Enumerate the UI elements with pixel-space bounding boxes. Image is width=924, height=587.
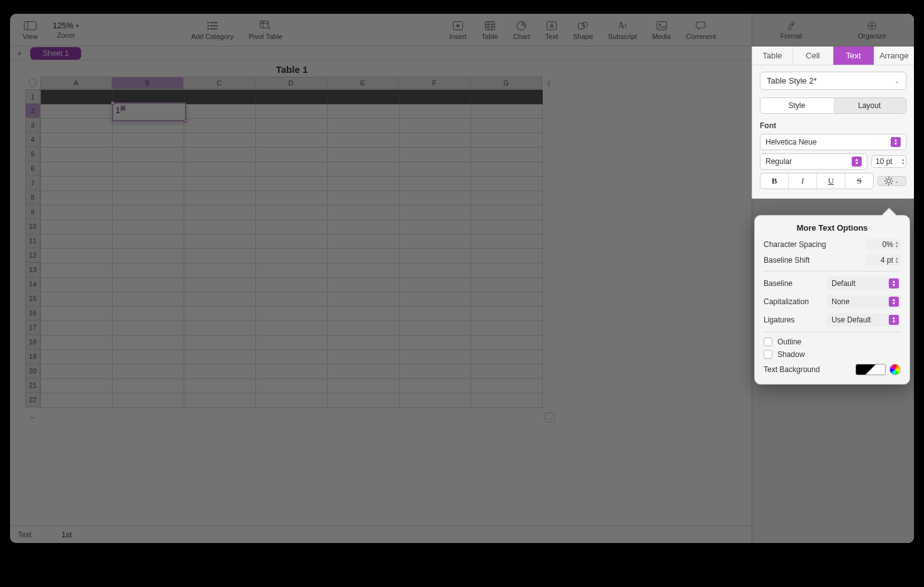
row-header[interactable]: 15 bbox=[25, 292, 40, 306]
row-headers: 1 2 3 4 5 6 7 8 9 10 11 12 13 14 15 16 1… bbox=[25, 89, 40, 407]
col-header-e[interactable]: E bbox=[327, 77, 399, 89]
col-header-d[interactable]: D bbox=[255, 77, 327, 89]
text-format-buttons: B I U S bbox=[760, 173, 874, 189]
formula-type-label[interactable]: Text bbox=[18, 530, 49, 539]
row-header[interactable]: 10 bbox=[25, 219, 40, 234]
row-header[interactable]: 3 bbox=[25, 118, 40, 133]
col-header-b[interactable]: B bbox=[112, 77, 184, 89]
table-corner[interactable] bbox=[25, 77, 40, 89]
chart-button[interactable]: Chart bbox=[507, 14, 537, 46]
seg-style[interactable]: Style bbox=[760, 98, 833, 113]
insert-label: Insert bbox=[449, 33, 467, 40]
row-header[interactable]: 2 bbox=[25, 104, 40, 118]
shape-button[interactable]: Shape bbox=[567, 14, 599, 46]
underline-button[interactable]: U bbox=[817, 173, 845, 189]
row-header[interactable]: 7 bbox=[25, 176, 40, 190]
shadow-label: Shadow bbox=[777, 350, 804, 359]
strikethrough-button[interactable]: S bbox=[845, 173, 873, 189]
format-button[interactable]: Format bbox=[780, 21, 802, 40]
add-category-label: Add Category bbox=[191, 33, 233, 40]
text-icon: A bbox=[545, 20, 558, 31]
col-header-c[interactable]: C bbox=[184, 77, 255, 89]
ligatures-select[interactable]: Use Default ▴▾ bbox=[827, 313, 901, 327]
subscript-button[interactable]: A1 Subscript bbox=[602, 14, 643, 46]
shape-label: Shape bbox=[573, 33, 593, 40]
add-sheet-button[interactable]: + bbox=[14, 48, 25, 59]
more-text-options-button[interactable]: ⌄ bbox=[877, 176, 906, 186]
organize-button[interactable]: Organize bbox=[858, 21, 886, 40]
row-header[interactable]: 21 bbox=[25, 378, 40, 393]
row-header[interactable]: 5 bbox=[25, 147, 40, 162]
text-button[interactable]: A Text bbox=[539, 14, 564, 46]
cell-editor[interactable]: 1st bbox=[112, 102, 186, 121]
row-header[interactable]: 17 bbox=[25, 321, 40, 335]
table-grid[interactable] bbox=[40, 89, 543, 408]
capitalization-select[interactable]: None ▴▾ bbox=[827, 295, 901, 309]
shape-icon bbox=[577, 20, 589, 31]
tab-arrange[interactable]: Arrange bbox=[874, 47, 915, 65]
format-label: Format bbox=[780, 32, 802, 40]
col-handle[interactable]: ‖ bbox=[545, 77, 552, 89]
shadow-checkbox-row[interactable]: Shadow bbox=[764, 350, 901, 359]
gear-icon bbox=[884, 177, 893, 185]
formula-value[interactable]: 1st bbox=[62, 530, 72, 539]
baseline-select[interactable]: Default ▴▾ bbox=[827, 277, 901, 290]
table-button[interactable]: Table bbox=[476, 14, 504, 46]
view-label: View bbox=[23, 33, 38, 40]
font-weight-select[interactable]: Regular ▴▾ bbox=[760, 153, 867, 170]
table-resize-grip[interactable]: ⌟ bbox=[545, 412, 555, 422]
row-header[interactable]: 13 bbox=[25, 263, 40, 277]
row-header[interactable]: 19 bbox=[25, 349, 40, 364]
insert-button[interactable]: Insert bbox=[443, 14, 473, 46]
font-size-stepper[interactable]: 10 pt ▴▾ bbox=[871, 155, 906, 168]
row-header[interactable]: 8 bbox=[25, 190, 40, 205]
row-header[interactable]: 12 bbox=[25, 248, 40, 263]
char-spacing-stepper[interactable]: 0% ▴▾ bbox=[866, 239, 901, 250]
font-family-select[interactable]: Helvetica Neue ▴▾ bbox=[760, 134, 906, 150]
tab-cell[interactable]: Cell bbox=[793, 47, 834, 65]
row-header[interactable]: 11 bbox=[25, 234, 40, 248]
select-arrows-icon: ▴▾ bbox=[889, 315, 899, 325]
comment-button[interactable]: Comment bbox=[680, 14, 723, 46]
add-category-button[interactable]: Add Category bbox=[185, 14, 240, 46]
table-title[interactable]: Table 1 bbox=[40, 60, 543, 75]
italic-button[interactable]: I bbox=[789, 173, 817, 189]
row-header[interactable]: 1 bbox=[25, 89, 40, 104]
bold-button[interactable]: B bbox=[760, 173, 789, 189]
svg-point-24 bbox=[582, 22, 587, 27]
row-header[interactable]: 16 bbox=[25, 306, 40, 321]
row-header[interactable]: 22 bbox=[25, 393, 40, 407]
seg-layout[interactable]: Layout bbox=[833, 98, 906, 113]
view-button[interactable]: View bbox=[16, 14, 44, 46]
row-header[interactable]: 4 bbox=[25, 133, 40, 147]
zoom-control[interactable]: 125% ▾ Zoom bbox=[47, 14, 86, 46]
pivot-table-button[interactable]: + Pivot Table bbox=[242, 14, 289, 46]
row-handle[interactable]: ═ bbox=[25, 412, 40, 422]
pivot-icon: + bbox=[259, 20, 272, 31]
sheet-tab[interactable]: Sheet 1 bbox=[30, 47, 81, 60]
color-picker-button[interactable] bbox=[889, 364, 901, 375]
checkbox-icon bbox=[764, 337, 772, 346]
outline-checkbox-row[interactable]: Outline bbox=[764, 337, 901, 346]
row-header[interactable]: 9 bbox=[25, 205, 40, 219]
col-header-g[interactable]: G bbox=[470, 77, 542, 89]
text-background-swatch[interactable] bbox=[855, 364, 886, 375]
col-header-f[interactable]: F bbox=[399, 77, 470, 89]
media-button[interactable]: Media bbox=[646, 14, 677, 46]
row-header[interactable]: 18 bbox=[25, 335, 40, 349]
outline-label: Outline bbox=[777, 337, 801, 346]
row-header[interactable]: 14 bbox=[25, 277, 40, 292]
col-header-a[interactable]: A bbox=[40, 77, 112, 89]
row-header[interactable]: 6 bbox=[25, 162, 40, 176]
subscript-icon: A1 bbox=[616, 20, 629, 31]
svg-point-29 bbox=[792, 22, 794, 25]
baseline-shift-stepper[interactable]: 4 pt ▴▾ bbox=[866, 255, 901, 266]
svg-text:A: A bbox=[550, 23, 554, 30]
table-style-select[interactable]: Table Style 2* ⌄ bbox=[760, 72, 906, 90]
tab-table[interactable]: Table bbox=[752, 47, 793, 65]
svg-point-2 bbox=[207, 21, 209, 23]
svg-point-28 bbox=[29, 79, 36, 87]
tab-text[interactable]: Text bbox=[833, 47, 874, 65]
capitalization-label: Capitalization bbox=[764, 297, 809, 306]
row-header[interactable]: 20 bbox=[25, 364, 40, 378]
